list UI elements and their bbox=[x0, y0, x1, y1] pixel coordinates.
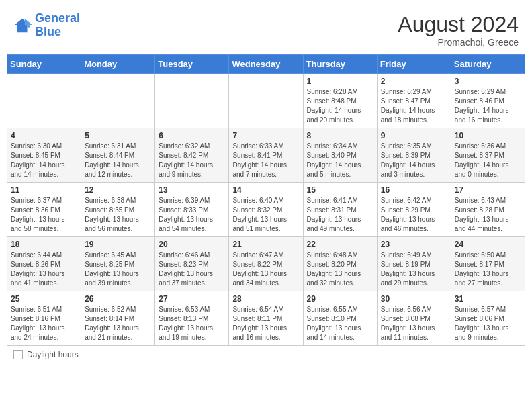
day-number: 27 bbox=[159, 294, 225, 304]
day-number: 8 bbox=[307, 131, 373, 140]
calendar-cell: 22Sunrise: 6:48 AMSunset: 8:20 PMDayligh… bbox=[303, 237, 377, 291]
day-info: Sunrise: 6:43 AMSunset: 8:28 PMDaylight:… bbox=[455, 196, 521, 234]
day-number: 12 bbox=[85, 185, 151, 195]
day-info: Sunrise: 6:29 AMSunset: 8:47 PMDaylight:… bbox=[381, 87, 447, 125]
calendar-cell: 9Sunrise: 6:35 AMSunset: 8:39 PMDaylight… bbox=[377, 128, 451, 183]
day-info: Sunrise: 6:49 AMSunset: 8:19 PMDaylight:… bbox=[381, 250, 447, 288]
day-number: 20 bbox=[159, 240, 225, 249]
day-info: Sunrise: 6:46 AMSunset: 8:23 PMDaylight:… bbox=[159, 250, 225, 288]
calendar-cell: 19Sunrise: 6:45 AMSunset: 8:25 PMDayligh… bbox=[81, 237, 155, 291]
day-number: 25 bbox=[11, 294, 77, 304]
col-thursday: Thursday bbox=[303, 55, 377, 74]
calendar-cell bbox=[155, 74, 229, 128]
page-container: General Blue August 2024 Promachoi, Gree… bbox=[7, 7, 525, 359]
calendar-cell: 1Sunrise: 6:28 AMSunset: 8:48 PMDaylight… bbox=[303, 74, 377, 128]
day-number: 15 bbox=[307, 185, 373, 195]
day-number: 31 bbox=[455, 294, 521, 304]
calendar-cell bbox=[81, 74, 155, 128]
calendar-cell: 4Sunrise: 6:30 AMSunset: 8:45 PMDaylight… bbox=[7, 128, 81, 183]
calendar-cell: 14Sunrise: 6:40 AMSunset: 8:32 PMDayligh… bbox=[229, 183, 303, 237]
calendar-cell: 6Sunrise: 6:32 AMSunset: 8:42 PMDaylight… bbox=[155, 128, 229, 183]
calendar-cell: 30Sunrise: 6:56 AMSunset: 8:08 PMDayligh… bbox=[377, 291, 451, 346]
calendar-cell: 12Sunrise: 6:38 AMSunset: 8:35 PMDayligh… bbox=[81, 183, 155, 237]
day-number: 1 bbox=[307, 77, 373, 86]
calendar-cell: 25Sunrise: 6:51 AMSunset: 8:16 PMDayligh… bbox=[7, 291, 81, 346]
day-info: Sunrise: 6:30 AMSunset: 8:45 PMDaylight:… bbox=[11, 142, 77, 179]
day-number: 3 bbox=[455, 77, 521, 86]
calendar-cell: 3Sunrise: 6:29 AMSunset: 8:46 PMDaylight… bbox=[451, 74, 525, 128]
calendar-week-row: 11Sunrise: 6:37 AMSunset: 8:36 PMDayligh… bbox=[7, 183, 525, 237]
day-info: Sunrise: 6:40 AMSunset: 8:32 PMDaylight:… bbox=[232, 196, 299, 234]
calendar-cell bbox=[229, 74, 303, 128]
day-number: 19 bbox=[85, 240, 151, 249]
logo-text: General Blue bbox=[35, 12, 80, 39]
day-number: 30 bbox=[381, 294, 447, 304]
calendar-cell: 16Sunrise: 6:42 AMSunset: 8:29 PMDayligh… bbox=[377, 183, 451, 237]
calendar-cell: 31Sunrise: 6:57 AMSunset: 8:06 PMDayligh… bbox=[451, 291, 525, 346]
page-header: General Blue August 2024 Promachoi, Gree… bbox=[7, 7, 525, 50]
calendar-cell: 11Sunrise: 6:37 AMSunset: 8:36 PMDayligh… bbox=[7, 183, 81, 237]
calendar-cell: 18Sunrise: 6:44 AMSunset: 8:26 PMDayligh… bbox=[7, 237, 81, 291]
day-number: 2 bbox=[381, 77, 447, 86]
location-subtitle: Promachoi, Greece bbox=[398, 37, 519, 48]
calendar-cell: 10Sunrise: 6:36 AMSunset: 8:37 PMDayligh… bbox=[451, 128, 525, 183]
logo-line2: Blue bbox=[35, 25, 61, 38]
col-friday: Friday bbox=[377, 55, 451, 74]
calendar-cell: 28Sunrise: 6:54 AMSunset: 8:11 PMDayligh… bbox=[229, 291, 303, 346]
calendar-cell: 21Sunrise: 6:47 AMSunset: 8:22 PMDayligh… bbox=[229, 237, 303, 291]
day-number: 21 bbox=[232, 240, 299, 249]
calendar-cell: 13Sunrise: 6:39 AMSunset: 8:33 PMDayligh… bbox=[155, 183, 229, 237]
title-block: August 2024 Promachoi, Greece bbox=[398, 12, 519, 48]
day-info: Sunrise: 6:53 AMSunset: 8:13 PMDaylight:… bbox=[159, 305, 225, 342]
day-info: Sunrise: 6:51 AMSunset: 8:16 PMDaylight:… bbox=[11, 305, 77, 342]
day-info: Sunrise: 6:38 AMSunset: 8:35 PMDaylight:… bbox=[85, 196, 151, 234]
calendar-cell: 23Sunrise: 6:49 AMSunset: 8:19 PMDayligh… bbox=[377, 237, 451, 291]
calendar-body: 1Sunrise: 6:28 AMSunset: 8:48 PMDaylight… bbox=[7, 74, 525, 346]
day-number: 9 bbox=[381, 131, 447, 140]
month-year-title: August 2024 bbox=[398, 12, 519, 37]
day-number: 28 bbox=[232, 294, 299, 304]
day-number: 24 bbox=[455, 240, 521, 249]
day-info: Sunrise: 6:45 AMSunset: 8:25 PMDaylight:… bbox=[85, 250, 151, 288]
legend-box bbox=[13, 350, 23, 359]
day-number: 7 bbox=[232, 131, 299, 140]
logo-line1: General bbox=[35, 11, 80, 25]
calendar-cell: 17Sunrise: 6:43 AMSunset: 8:28 PMDayligh… bbox=[451, 183, 525, 237]
col-sunday: Sunday bbox=[7, 55, 81, 74]
logo: General Blue bbox=[13, 12, 80, 39]
col-tuesday: Tuesday bbox=[155, 55, 229, 74]
day-number: 17 bbox=[455, 185, 521, 195]
col-wednesday: Wednesday bbox=[229, 55, 303, 74]
day-number: 13 bbox=[159, 185, 225, 195]
calendar-week-row: 4Sunrise: 6:30 AMSunset: 8:45 PMDaylight… bbox=[7, 128, 525, 183]
col-monday: Monday bbox=[81, 55, 155, 74]
calendar-cell: 24Sunrise: 6:50 AMSunset: 8:17 PMDayligh… bbox=[451, 237, 525, 291]
calendar-header-row: Sunday Monday Tuesday Wednesday Thursday… bbox=[7, 55, 525, 74]
calendar-cell: 27Sunrise: 6:53 AMSunset: 8:13 PMDayligh… bbox=[155, 291, 229, 346]
day-number: 22 bbox=[307, 240, 373, 249]
calendar-cell: 2Sunrise: 6:29 AMSunset: 8:47 PMDaylight… bbox=[377, 74, 451, 128]
calendar-table: Sunday Monday Tuesday Wednesday Thursday… bbox=[7, 54, 525, 346]
calendar-cell: 20Sunrise: 6:46 AMSunset: 8:23 PMDayligh… bbox=[155, 237, 229, 291]
day-number: 29 bbox=[307, 294, 373, 304]
day-number: 4 bbox=[11, 131, 77, 140]
calendar-cell: 26Sunrise: 6:52 AMSunset: 8:14 PMDayligh… bbox=[81, 291, 155, 346]
day-info: Sunrise: 6:32 AMSunset: 8:42 PMDaylight:… bbox=[159, 142, 225, 179]
calendar-week-row: 1Sunrise: 6:28 AMSunset: 8:48 PMDaylight… bbox=[7, 74, 525, 128]
day-info: Sunrise: 6:47 AMSunset: 8:22 PMDaylight:… bbox=[232, 250, 299, 288]
day-info: Sunrise: 6:31 AMSunset: 8:44 PMDaylight:… bbox=[85, 142, 151, 179]
day-info: Sunrise: 6:36 AMSunset: 8:37 PMDaylight:… bbox=[455, 142, 521, 179]
day-info: Sunrise: 6:56 AMSunset: 8:08 PMDaylight:… bbox=[381, 305, 447, 342]
day-number: 18 bbox=[11, 240, 77, 249]
day-info: Sunrise: 6:41 AMSunset: 8:31 PMDaylight:… bbox=[307, 196, 373, 234]
day-info: Sunrise: 6:29 AMSunset: 8:46 PMDaylight:… bbox=[455, 87, 521, 125]
day-number: 10 bbox=[455, 131, 521, 140]
day-number: 5 bbox=[85, 131, 151, 140]
day-info: Sunrise: 6:50 AMSunset: 8:17 PMDaylight:… bbox=[455, 250, 521, 288]
calendar-cell: 8Sunrise: 6:34 AMSunset: 8:40 PMDaylight… bbox=[303, 128, 377, 183]
day-number: 16 bbox=[381, 185, 447, 195]
day-info: Sunrise: 6:39 AMSunset: 8:33 PMDaylight:… bbox=[159, 196, 225, 234]
day-number: 14 bbox=[232, 185, 299, 195]
calendar-cell bbox=[7, 74, 81, 128]
day-info: Sunrise: 6:35 AMSunset: 8:39 PMDaylight:… bbox=[381, 142, 447, 179]
